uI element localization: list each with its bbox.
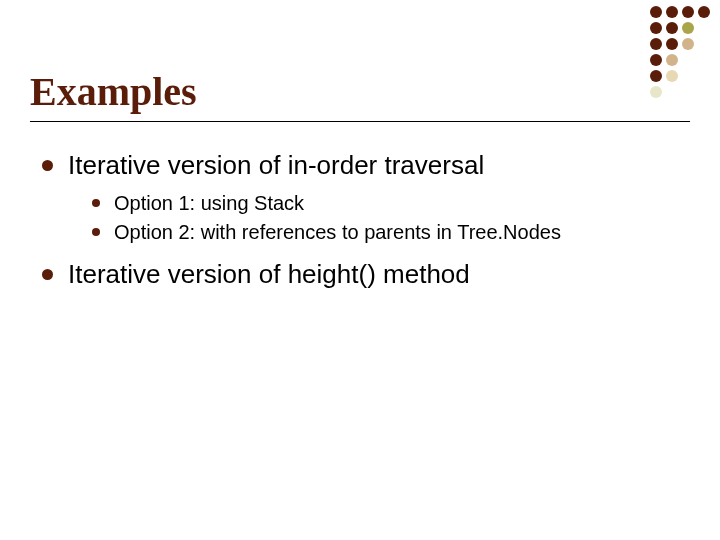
dot-icon <box>682 70 694 82</box>
list-item: Option 1: using Stack <box>92 191 690 216</box>
list-item-text: Option 1: using Stack <box>114 192 304 214</box>
dot-icon <box>698 38 710 50</box>
dot-icon <box>682 38 694 50</box>
dot-icon <box>650 70 662 82</box>
dot-icon <box>682 54 694 66</box>
dot-icon <box>682 22 694 34</box>
list-item: Iterative version of height() method <box>42 259 690 290</box>
dot-icon <box>650 54 662 66</box>
list-item: Option 2: with references to parents in … <box>92 220 690 245</box>
dot-icon <box>698 86 710 98</box>
corner-decoration <box>650 6 712 100</box>
bullet-list: Iterative version of in-order traversal … <box>30 150 690 290</box>
list-item-text: Iterative version of height() method <box>68 259 470 289</box>
dot-icon <box>698 6 710 18</box>
dot-icon <box>666 70 678 82</box>
dot-icon <box>698 70 710 82</box>
slide: Examples Iterative version of in-order t… <box>0 0 720 540</box>
slide-title: Examples <box>30 68 690 115</box>
list-item: Iterative version of in-order traversal … <box>42 150 690 245</box>
list-item-text: Option 2: with references to parents in … <box>114 221 561 243</box>
title-underline <box>30 121 690 122</box>
dot-icon <box>666 6 678 18</box>
dot-icon <box>682 86 694 98</box>
dot-icon <box>666 54 678 66</box>
dot-icon <box>682 6 694 18</box>
list-item-text: Iterative version of in-order traversal <box>68 150 484 180</box>
dot-icon <box>698 54 710 66</box>
dot-icon <box>666 86 678 98</box>
dot-icon <box>698 22 710 34</box>
dot-icon <box>666 38 678 50</box>
dot-icon <box>650 22 662 34</box>
dot-icon <box>666 22 678 34</box>
dot-icon <box>650 86 662 98</box>
dot-icon <box>650 38 662 50</box>
dot-icon <box>650 6 662 18</box>
sub-bullet-list: Option 1: using Stack Option 2: with ref… <box>68 191 690 245</box>
